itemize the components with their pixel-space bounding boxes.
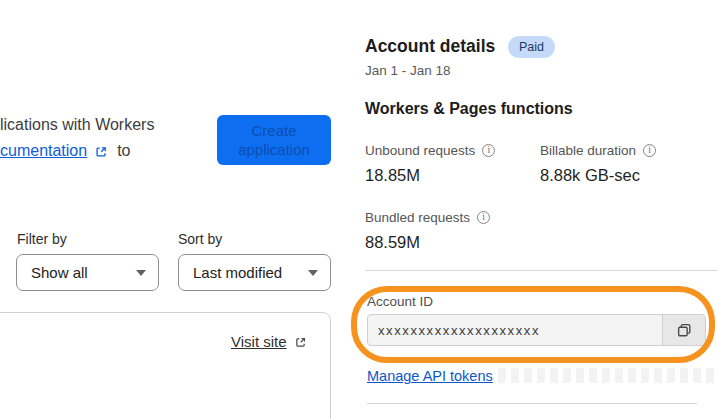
info-icon[interactable] (643, 144, 656, 157)
create-application-button[interactable]: Create application (217, 115, 331, 165)
filter-dropdown[interactable]: Show all (16, 254, 159, 291)
external-link-icon (94, 145, 108, 159)
chevron-down-icon (136, 270, 146, 276)
unbound-requests-value: 18.85M (365, 166, 420, 185)
workers-pages-functions-title: Workers & Pages functions (365, 100, 573, 118)
filter-by-label: Filter by (17, 231, 67, 247)
sort-by-label: Sort by (178, 231, 222, 247)
account-id-label: Account ID (367, 294, 433, 309)
intro-suffix-text: to (117, 142, 130, 160)
info-icon[interactable] (477, 211, 490, 224)
documentation-link[interactable]: cumentation (0, 142, 87, 160)
intro-text-line2: cumentation to (0, 142, 131, 160)
manage-api-tokens-link[interactable]: Manage API tokens (367, 368, 493, 384)
account-id-field-group (367, 314, 706, 346)
visit-site-row: Visit site (231, 333, 307, 350)
billable-duration-value: 8.88k GB-sec (540, 166, 640, 185)
chevron-down-icon (308, 270, 318, 276)
copy-icon (676, 322, 693, 339)
billable-duration-label: Billable duration (540, 143, 656, 158)
blurred-redaction-artifact (498, 368, 718, 383)
bundled-requests-label: Bundled requests (365, 210, 490, 225)
project-card (0, 312, 331, 419)
sort-dropdown-value: Last modified (193, 264, 282, 281)
sort-dropdown[interactable]: Last modified (178, 254, 331, 291)
date-range: Jan 1 - Jan 18 (365, 63, 451, 78)
metric-label-text: Billable duration (540, 143, 636, 158)
account-details-title: Account details (365, 36, 495, 57)
workers-pages-dashboard: lications with Workers cumentation to Cr… (0, 0, 718, 419)
divider (365, 270, 718, 271)
metric-label-text: Unbound requests (365, 143, 475, 158)
intro-text-line1: lications with Workers (0, 116, 154, 134)
unbound-requests-label: Unbound requests (365, 143, 495, 158)
paid-badge: Paid (508, 36, 555, 58)
bundled-requests-value: 88.59M (365, 233, 420, 252)
visit-site-link[interactable]: Visit site (231, 333, 287, 350)
intro-text: lications with Workers (0, 116, 154, 134)
copy-account-id-button[interactable] (662, 315, 705, 345)
account-id-input[interactable] (368, 315, 662, 345)
divider (367, 403, 697, 404)
metric-label-text: Bundled requests (365, 210, 470, 225)
filter-dropdown-value: Show all (31, 264, 88, 281)
info-icon[interactable] (482, 144, 495, 157)
external-link-icon (294, 336, 307, 349)
